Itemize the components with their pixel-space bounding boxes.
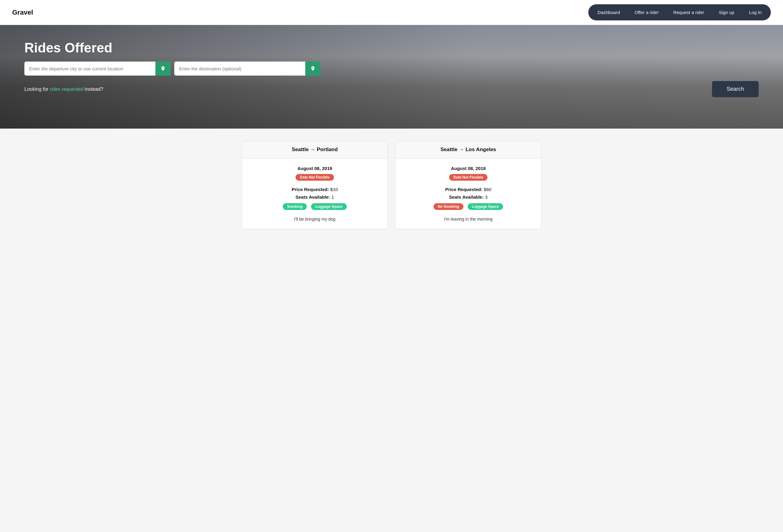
card-price: Price Requested: $60: [402, 187, 535, 192]
card-body: August 08, 2019 Date Not Flexible Price …: [242, 158, 387, 229]
hero-content: Rides Offered Look: [0, 25, 783, 106]
nav-item-log-in[interactable]: Log In: [742, 7, 769, 18]
card-note: I'll be bringing my dog: [248, 217, 381, 221]
card-route-to: Los Angeles: [466, 147, 496, 152]
departure-input-wrap: [24, 62, 170, 75]
ride-card-card-2: Seattle → Los Angeles August 08, 2019 Da…: [395, 141, 541, 229]
card-price: Price Requested: $10: [248, 187, 381, 192]
tag-luggage-space: Luggage Space: [468, 203, 503, 210]
tag-luggage-space: Luggage Space: [311, 203, 347, 210]
card-route-to: Portland: [317, 147, 338, 152]
card-tags: No SmokingLuggage Space: [402, 203, 535, 213]
card-body: August 08, 2019 Date Not Flexible Price …: [396, 158, 541, 229]
departure-input[interactable]: [24, 62, 155, 75]
nav: DashboardOffer a ride!Request a ride!Sig…: [588, 4, 771, 21]
search-button[interactable]: Search: [712, 81, 759, 97]
card-route-from: Seattle: [441, 147, 458, 152]
card-seats: Seats Available: 3: [402, 194, 535, 199]
nav-item-offer-ride[interactable]: Offer a ride!: [628, 7, 665, 18]
card-date: August 08, 2019: [402, 166, 535, 171]
card-header: Seattle → Portland: [242, 141, 387, 158]
logo: Gravel: [12, 8, 33, 17]
card-route-from: Seattle: [291, 147, 309, 152]
hero-title: Rides Offered: [24, 40, 759, 56]
destination-input-wrap: [174, 62, 320, 75]
card-date: August 08, 2019: [248, 166, 381, 171]
hero-section: Rides Offered Look: [0, 25, 783, 129]
location-icon: [160, 66, 166, 71]
hero-bottom-row: Looking for rides requested instead? Sea…: [24, 81, 759, 97]
destination-input[interactable]: [174, 62, 305, 75]
tag-smoking: Smoking: [283, 203, 307, 210]
route-arrow: →: [310, 147, 317, 152]
destination-location-button[interactable]: [305, 62, 320, 75]
header: Gravel DashboardOffer a ride!Request a r…: [0, 0, 783, 25]
nav-item-request-ride[interactable]: Request a ride!: [667, 7, 711, 18]
destination-location-icon: [310, 66, 316, 71]
search-row: [24, 62, 759, 75]
card-tags: SmokingLuggage Space: [248, 203, 381, 213]
nav-item-sign-up[interactable]: Sign up: [712, 7, 741, 18]
cards-section: Seattle → Portland August 08, 2019 Date …: [0, 129, 783, 241]
ride-card-card-1: Seattle → Portland August 08, 2019 Date …: [242, 141, 388, 229]
rides-requested-link[interactable]: rides requested: [50, 87, 84, 92]
departure-location-button[interactable]: [155, 62, 170, 75]
nav-item-dashboard[interactable]: Dashboard: [591, 7, 626, 18]
card-header: Seattle → Los Angeles: [396, 141, 541, 158]
card-seats: Seats Available: 1: [248, 194, 381, 199]
rides-requested-text: Looking for rides requested instead?: [24, 87, 103, 92]
tag-no-smoking: No Smoking: [434, 203, 463, 210]
date-flexible-badge: Date Not Flexible: [295, 174, 334, 181]
route-arrow: →: [459, 147, 466, 152]
card-note: I'm leaving in the morning: [402, 217, 535, 221]
date-flexible-badge: Date Not Flexible: [449, 174, 487, 181]
